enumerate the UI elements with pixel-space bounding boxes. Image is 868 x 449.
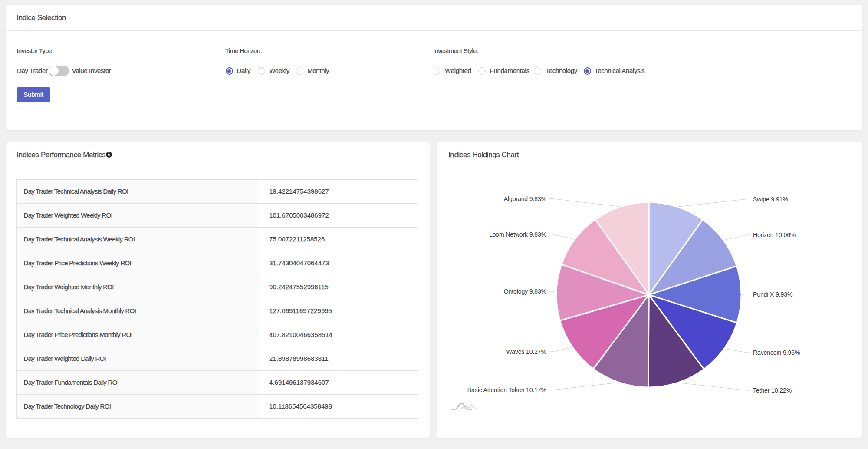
- svg-text:Ontology 9.83%: Ontology 9.83%: [504, 288, 546, 295]
- svg-text:Algorand 9.83%: Algorand 9.83%: [504, 195, 546, 202]
- svg-text:Pundi X 9.93%: Pundi X 9.93%: [753, 291, 792, 298]
- svg-text:Ravencoin 9.96%: Ravencoin 9.96%: [753, 349, 800, 356]
- svg-text:Horizen 10.06%: Horizen 10.06%: [753, 231, 796, 238]
- svg-text:Basic Attention Token 10.17%: Basic Attention Token 10.17%: [467, 386, 546, 393]
- svg-text:Tether 10.22%: Tether 10.22%: [753, 387, 792, 394]
- svg-text:Swipe 9.91%: Swipe 9.91%: [753, 196, 788, 203]
- svg-text:Waves 10.27%: Waves 10.27%: [506, 348, 546, 355]
- svg-text:Loom Network 9.83%: Loom Network 9.83%: [489, 231, 546, 238]
